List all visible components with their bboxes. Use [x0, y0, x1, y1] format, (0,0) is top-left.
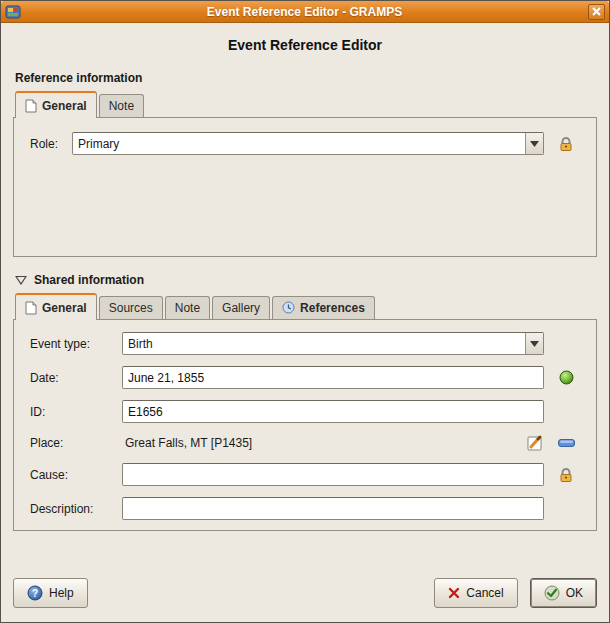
- tab-label: General: [42, 99, 87, 113]
- tab-label: Gallery: [222, 301, 260, 315]
- shared-tabs: General Sources Note Gallery References: [13, 293, 597, 319]
- cancel-button[interactable]: Cancel: [434, 578, 517, 608]
- help-button[interactable]: ? Help: [13, 578, 88, 608]
- role-value: Primary: [73, 133, 525, 154]
- green-status-icon: [559, 370, 574, 385]
- references-icon: [282, 301, 295, 314]
- role-privacy-lock-button[interactable]: [544, 136, 588, 152]
- tab-label: Note: [109, 99, 134, 113]
- role-combobox[interactable]: Primary: [72, 132, 544, 155]
- tab-label: References: [300, 301, 365, 315]
- tab-note-shared[interactable]: Note: [165, 296, 210, 319]
- lock-icon: [558, 467, 574, 483]
- event-reference-editor-window: Event Reference Editor - GRAMPS Event Re…: [0, 0, 610, 623]
- tab-gallery[interactable]: Gallery: [212, 296, 270, 319]
- place-label: Place:: [30, 436, 122, 450]
- dialog-footer: ? Help Cancel OK: [13, 578, 597, 622]
- lock-icon: [558, 136, 574, 152]
- date-input[interactable]: [122, 366, 544, 389]
- close-button[interactable]: [588, 4, 605, 20]
- cause-label: Cause:: [30, 468, 122, 482]
- date-valid-indicator[interactable]: [544, 370, 588, 385]
- date-label: Date:: [30, 371, 122, 385]
- id-label: ID:: [30, 405, 122, 419]
- tab-sources[interactable]: Sources: [99, 296, 163, 319]
- remove-place-button[interactable]: [544, 439, 588, 447]
- description-label: Description:: [30, 502, 122, 516]
- page-title: Event Reference Editor: [13, 37, 597, 53]
- shared-panel: Event type: Birth Date:: [13, 319, 597, 531]
- app-icon: [5, 4, 21, 20]
- ok-button[interactable]: OK: [530, 578, 597, 608]
- place-value: Great Falls, MT [P1435]: [122, 436, 526, 450]
- reference-tabs: General Note: [13, 91, 597, 117]
- titlebar[interactable]: Event Reference Editor - GRAMPS: [1, 1, 609, 23]
- description-input[interactable]: [122, 497, 544, 520]
- dropdown-arrow-icon[interactable]: [525, 333, 543, 354]
- document-icon: [25, 301, 37, 315]
- shared-information-expander[interactable]: Shared information: [15, 273, 597, 287]
- expander-arrow-icon: [15, 275, 27, 285]
- reference-information-label: Reference information: [15, 71, 597, 85]
- document-icon: [25, 99, 37, 113]
- event-type-label: Event type:: [30, 337, 122, 351]
- cancel-button-label: Cancel: [466, 586, 503, 600]
- tab-label: Sources: [109, 301, 153, 315]
- ok-button-label: OK: [566, 586, 583, 600]
- shared-notebook: General Sources Note Gallery References: [13, 293, 597, 531]
- tab-label: Note: [175, 301, 200, 315]
- edit-place-button[interactable]: [526, 434, 544, 452]
- shared-form: Event type: Birth Date:: [30, 332, 588, 520]
- tab-references[interactable]: References: [272, 296, 375, 319]
- shared-privacy-lock-button[interactable]: [544, 467, 588, 483]
- svg-text:?: ?: [32, 588, 38, 599]
- reference-panel: Role: Primary: [13, 117, 597, 257]
- cancel-icon: [448, 587, 460, 599]
- tab-general-shared[interactable]: General: [15, 293, 97, 320]
- tab-general-reference[interactable]: General: [15, 91, 97, 118]
- edit-icon: [526, 434, 544, 452]
- cause-input[interactable]: [122, 463, 544, 486]
- dialog-content: Event Reference Editor Reference informa…: [1, 23, 609, 622]
- event-type-value: Birth: [123, 333, 525, 354]
- window-title: Event Reference Editor - GRAMPS: [21, 5, 588, 19]
- ok-check-icon: [544, 585, 560, 601]
- minus-icon: [558, 439, 575, 447]
- help-icon: ?: [27, 585, 43, 601]
- help-button-label: Help: [49, 586, 74, 600]
- reference-notebook: General Note Role: Primary: [13, 91, 597, 257]
- id-input[interactable]: [122, 400, 544, 423]
- tab-note-reference[interactable]: Note: [99, 94, 144, 117]
- tab-label: General: [42, 301, 87, 315]
- shared-information-label: Shared information: [34, 273, 144, 287]
- role-row: Role: Primary: [30, 132, 588, 155]
- dropdown-arrow-icon[interactable]: [525, 133, 543, 154]
- event-type-combobox[interactable]: Birth: [122, 332, 544, 355]
- place-cell: Great Falls, MT [P1435]: [122, 434, 544, 452]
- role-label: Role:: [30, 137, 72, 151]
- close-icon: [592, 7, 601, 16]
